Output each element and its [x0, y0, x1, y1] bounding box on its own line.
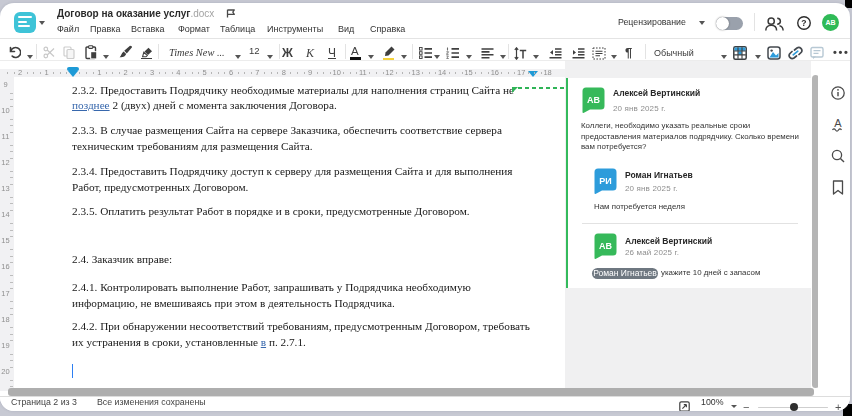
svg-text:?: ? [801, 18, 806, 28]
svg-text:АВ: АВ [599, 240, 612, 250]
svg-text:АВ: АВ [587, 95, 600, 105]
svg-text:РИ: РИ [599, 175, 611, 185]
svg-text:А: А [834, 117, 842, 129]
